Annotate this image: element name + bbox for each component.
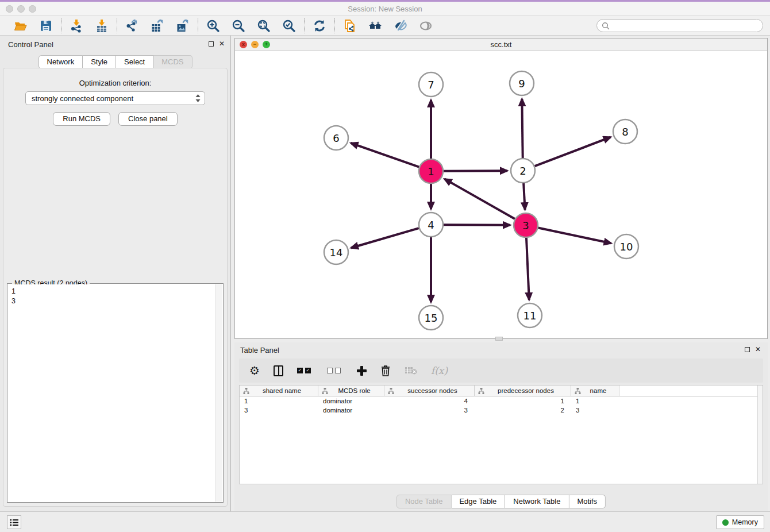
clone-network-icon[interactable] <box>342 18 357 33</box>
zoom-out-icon[interactable] <box>231 18 246 33</box>
graph-node-6[interactable]: 6 <box>324 126 348 150</box>
save-session-icon[interactable] <box>38 18 53 33</box>
graph-node-7[interactable]: 7 <box>419 72 443 97</box>
column-header-predecessor-nodes[interactable]: predecessor nodes <box>475 385 571 396</box>
close-table-panel-icon[interactable]: ✕ <box>755 346 761 352</box>
table-cell[interactable]: 2 <box>475 407 571 414</box>
run-mcds-button[interactable]: Run MCDS <box>53 112 110 126</box>
table-cell[interactable]: 3 <box>571 407 619 414</box>
column-header-MCDS-role[interactable]: MCDS role <box>318 385 384 396</box>
edge-2-9[interactable] <box>522 99 522 158</box>
graph-node-4[interactable]: 4 <box>419 213 443 237</box>
zoom-fit-selected-icon[interactable] <box>282 18 297 33</box>
toggle-bird-view-icon[interactable] <box>418 18 433 33</box>
export-table-icon[interactable] <box>150 18 165 33</box>
status-bar: Memory <box>0 511 770 532</box>
column-header-successor-nodes[interactable]: successor nodes <box>384 385 475 396</box>
tab-node-table[interactable]: Node Table <box>396 495 452 508</box>
open-session-icon[interactable] <box>13 18 28 33</box>
table-cell[interactable]: dominator <box>318 407 384 414</box>
select-all-checks-icon[interactable]: ✓✓ <box>297 368 313 373</box>
table-cell[interactable]: 1 <box>571 398 619 404</box>
graph-node-1[interactable]: 1 <box>419 159 443 183</box>
dropdown-stepper-icon <box>195 94 201 103</box>
table-cell[interactable]: 4 <box>384 398 475 404</box>
edge-2-8[interactable] <box>535 137 611 167</box>
sort-tree-icon <box>388 388 394 394</box>
tab-edge-table[interactable]: Edge Table <box>451 495 505 508</box>
splitter-handle[interactable] <box>495 337 503 341</box>
float-panel-icon[interactable] <box>209 41 214 47</box>
zoom-in-icon[interactable] <box>206 18 221 33</box>
table-scrollbar[interactable] <box>757 385 763 484</box>
deselect-all-checks-icon[interactable] <box>327 368 343 373</box>
optimization-criterion-label: Optimization criterion: <box>3 79 227 87</box>
import-table-icon[interactable] <box>94 18 109 33</box>
task-history-button[interactable] <box>7 515 21 529</box>
search-field[interactable] <box>596 19 763 32</box>
table-cell[interactable]: 3 <box>240 407 318 414</box>
network-graph-canvas[interactable]: 7968124314101511 <box>235 51 767 338</box>
refresh-view-icon[interactable] <box>312 18 327 33</box>
close-panel-icon[interactable]: ✕ <box>219 41 225 47</box>
table-row[interactable]: 1dominator411 <box>240 396 763 406</box>
function-builder-icon[interactable]: f(x) <box>431 365 448 376</box>
edge-2-3[interactable] <box>523 183 525 210</box>
show-columns-icon[interactable] <box>274 365 283 376</box>
mcds-result-list[interactable]: 13 <box>8 284 215 502</box>
delete-table-icon[interactable] <box>405 366 417 375</box>
table-cell[interactable]: 1 <box>240 398 318 404</box>
export-network-icon[interactable] <box>125 18 140 33</box>
graph-node-11[interactable]: 11 <box>518 303 542 327</box>
graph-node-15[interactable]: 15 <box>419 306 443 330</box>
table-cell[interactable]: dominator <box>318 398 384 404</box>
result-scrollbar[interactable] <box>215 284 222 502</box>
search-input[interactable] <box>610 22 758 30</box>
tab-mcds[interactable]: MCDS <box>153 55 192 69</box>
edge-4-3[interactable] <box>444 225 510 225</box>
mcds-result-box: MCDS result (2 nodes) 13 <box>7 283 224 503</box>
graph-node-8[interactable]: 8 <box>613 119 637 144</box>
hide-graphics-details-icon[interactable] <box>393 18 408 33</box>
graph-node-3[interactable]: 3 <box>514 213 538 237</box>
edge-1-6[interactable] <box>351 143 419 167</box>
import-network-icon[interactable] <box>69 18 84 33</box>
graph-node-2[interactable]: 2 <box>511 159 535 183</box>
svg-text:9: 9 <box>518 78 525 90</box>
column-header-shared-name[interactable]: shared name <box>240 385 318 396</box>
table-row[interactable]: 3dominator323 <box>240 406 763 415</box>
tab-motifs[interactable]: Motifs <box>569 495 606 508</box>
edge-1-2[interactable] <box>444 171 507 171</box>
export-image-icon[interactable] <box>175 18 190 33</box>
network-view-window: x − + scc.txt 7968124314101511 <box>234 38 768 339</box>
tab-style[interactable]: Style <box>83 55 116 69</box>
show-all-networks-icon[interactable] <box>368 18 383 33</box>
graph-node-14[interactable]: 14 <box>324 240 348 264</box>
optimization-criterion-dropdown[interactable]: strongly connected component <box>25 91 205 105</box>
edge-4-14[interactable] <box>351 228 419 248</box>
tab-select[interactable]: Select <box>116 55 153 69</box>
edge-3-10[interactable] <box>538 228 611 244</box>
table-cell[interactable]: 1 <box>475 398 571 404</box>
tab-network-table[interactable]: Network Table <box>505 495 569 508</box>
table-options-icon[interactable]: ⚙ <box>249 364 260 377</box>
memory-button[interactable]: Memory <box>716 515 764 529</box>
edge-3-1[interactable] <box>444 179 514 219</box>
svg-text:1: 1 <box>428 165 434 178</box>
edge-3-11[interactable] <box>526 238 529 300</box>
memory-label: Memory <box>732 518 758 526</box>
network-window-titlebar[interactable]: x − + scc.txt <box>235 38 767 51</box>
graph-node-9[interactable]: 9 <box>510 71 534 95</box>
column-header-name[interactable]: name <box>571 385 619 396</box>
delete-columns-icon[interactable] <box>380 365 391 376</box>
graph-node-10[interactable]: 10 <box>614 234 638 259</box>
table-cell[interactable]: 3 <box>384 407 475 414</box>
svg-text:10: 10 <box>620 241 633 253</box>
titlebar: Session: New Session <box>0 2 770 16</box>
close-panel-button[interactable]: Close panel <box>118 112 178 126</box>
tab-network[interactable]: Network <box>38 55 83 69</box>
add-column-icon[interactable] <box>357 366 367 376</box>
float-table-panel-icon[interactable] <box>745 347 750 352</box>
zoom-fit-content-icon[interactable] <box>256 18 271 33</box>
task-list-icon <box>10 519 18 526</box>
